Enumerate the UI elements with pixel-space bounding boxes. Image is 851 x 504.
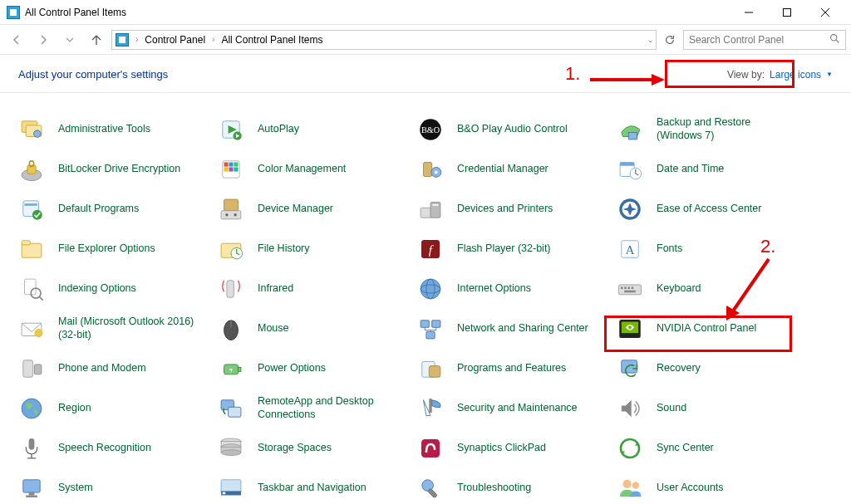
svg-rect-83	[622, 360, 637, 373]
svg-rect-43	[433, 204, 439, 206]
cp-item-ease[interactable]: Ease of Access Center	[613, 189, 813, 229]
view-by-control[interactable]: View by: Large icons ▼	[727, 69, 833, 81]
cp-item-backup[interactable]: Backup and Restore (Windows 7)	[613, 110, 813, 149]
cp-item-label: Credential Manager	[457, 163, 548, 176]
cp-item-devices[interactable]: Devices and Printers	[414, 189, 613, 229]
ease-icon	[613, 193, 647, 226]
control-panel-icon	[7, 6, 20, 19]
power-icon	[214, 352, 248, 385]
cp-item-label: Recovery	[657, 362, 701, 375]
cp-item-region[interactable]: Region	[15, 389, 214, 428]
search-input[interactable]: Search Control Panel	[683, 30, 846, 50]
breadcrumb-root[interactable]: Control Panel	[145, 34, 205, 46]
infrared-icon	[214, 272, 248, 306]
cp-item-programs[interactable]: Programs and Features	[414, 349, 613, 389]
cp-item-label: Administrative Tools	[58, 123, 150, 136]
cp-item-indexing[interactable]: Indexing Options	[15, 269, 214, 309]
cp-item-label: Color Management	[258, 163, 346, 176]
svg-rect-82	[429, 366, 440, 378]
mouse-icon	[214, 312, 248, 345]
cp-item-synaptics[interactable]: Synaptics ClickPad	[414, 428, 613, 468]
cp-item-bitlocker[interactable]: BitLocker Drive Encryption	[15, 149, 214, 189]
close-button[interactable]	[806, 0, 844, 25]
backup-icon	[613, 113, 647, 146]
synaptics-icon	[414, 432, 447, 465]
svg-rect-38	[221, 211, 241, 219]
cp-item-phone[interactable]: Phone and Modem	[15, 349, 214, 389]
cp-item-autoplay[interactable]: AutoPlay	[214, 110, 414, 149]
cp-item-troubleshoot[interactable]: Troubleshooting	[414, 468, 613, 504]
cp-item-speech[interactable]: Speech Recognition	[15, 428, 214, 468]
cp-item-default-prog[interactable]: Default Programs	[15, 189, 214, 229]
cp-item-keyboard[interactable]: Keyboard	[613, 269, 813, 309]
up-button[interactable]	[85, 28, 108, 51]
search-icon	[829, 33, 840, 46]
view-by-label: View by:	[727, 69, 765, 81]
cp-item-admin-tools[interactable]: Administrative Tools	[15, 110, 214, 149]
breadcrumb-current[interactable]: All Control Panel Items	[221, 34, 322, 46]
svg-rect-80	[239, 367, 241, 371]
search-placeholder: Search Control Panel	[689, 34, 829, 46]
cp-item-label: File Explorer Options	[58, 242, 155, 256]
cp-item-color-mgmt[interactable]: Color Management	[214, 149, 414, 189]
refresh-button[interactable]	[660, 30, 680, 50]
cp-item-file-explorer[interactable]: File Explorer Options	[15, 229, 214, 269]
cp-item-flash[interactable]: fFlash Player (32-bit)	[414, 229, 613, 269]
cp-item-sound[interactable]: Sound	[613, 389, 813, 428]
minimize-button[interactable]	[730, 0, 768, 25]
cp-item-label: Indexing Options	[58, 282, 136, 296]
cp-item-users[interactable]: User Accounts	[613, 468, 813, 504]
color-mgmt-icon	[214, 153, 248, 186]
forward-button[interactable]	[32, 28, 55, 51]
svg-rect-20	[224, 163, 229, 167]
svg-marker-109	[726, 306, 740, 321]
cp-item-storage[interactable]: Storage Spaces	[214, 428, 414, 468]
sound-icon	[613, 392, 647, 425]
cp-item-label: Troubleshooting	[457, 482, 531, 495]
svg-rect-61	[618, 285, 641, 295]
navigation-bar: › Control Panel › All Control Panel Item…	[0, 25, 851, 55]
page-title: Adjust your computer's settings	[18, 68, 168, 81]
svg-rect-87	[429, 399, 431, 413]
cp-item-mouse[interactable]: Mouse	[214, 309, 414, 349]
cp-item-label: Flash Player (32-bit)	[457, 242, 551, 256]
cp-item-file-history[interactable]: File History	[214, 229, 414, 269]
cp-item-sync[interactable]: Sync Center	[613, 428, 813, 468]
cp-item-nvidia[interactable]: NVIDIA Control Panel	[613, 309, 813, 349]
back-button[interactable]	[5, 28, 28, 51]
flash-icon: f	[414, 232, 447, 266]
cp-item-power[interactable]: Power Options	[214, 349, 414, 389]
cp-item-taskbar[interactable]: Taskbar and Navigation	[214, 468, 414, 504]
svg-rect-78	[34, 365, 42, 374]
cp-item-security[interactable]: Security and Maintenance	[414, 389, 613, 428]
cp-item-recovery[interactable]: Recovery	[613, 349, 813, 389]
mail-icon	[15, 312, 48, 345]
recent-dropdown[interactable]	[58, 28, 81, 51]
taskbar-icon	[214, 472, 248, 504]
maximize-button[interactable]	[768, 0, 806, 25]
cp-item-device-mgr[interactable]: Device Manager	[214, 189, 414, 229]
cp-item-internet[interactable]: Internet Options	[414, 269, 613, 309]
security-icon	[414, 392, 447, 425]
annotation-1-label: 1.	[565, 63, 580, 85]
cp-item-network[interactable]: Network and Sharing Center	[414, 309, 613, 349]
cp-item-label: Synaptics ClickPad	[457, 442, 546, 455]
cp-item-remoteapp[interactable]: RemoteApp and Desktop Connections	[214, 389, 414, 428]
cp-item-infrared[interactable]: Infrared	[214, 269, 414, 309]
file-explorer-icon	[15, 232, 48, 266]
svg-point-40	[234, 213, 236, 216]
cp-item-bo-audio[interactable]: B&OB&O Play Audio Control	[414, 110, 613, 149]
svg-rect-88	[29, 438, 35, 450]
chevron-down-icon: ▼	[826, 71, 833, 78]
cp-item-label: Mouse	[258, 322, 289, 335]
keyboard-icon	[613, 272, 647, 306]
address-bar[interactable]: › Control Panel › All Control Panel Item…	[111, 30, 657, 50]
cp-item-credential[interactable]: Credential Manager	[414, 149, 613, 189]
title-bar: All Control Panel Items	[0, 0, 851, 25]
cp-item-datetime[interactable]: Date and Time	[613, 149, 813, 189]
cp-item-fonts[interactable]: AFonts	[613, 229, 813, 269]
address-dropdown-icon[interactable]: ⌵	[648, 36, 652, 44]
cp-item-mail[interactable]: Mail (Microsoft Outlook 2016) (32-bit)	[15, 309, 214, 349]
svg-rect-47	[22, 241, 30, 245]
cp-item-system[interactable]: System	[15, 468, 214, 504]
